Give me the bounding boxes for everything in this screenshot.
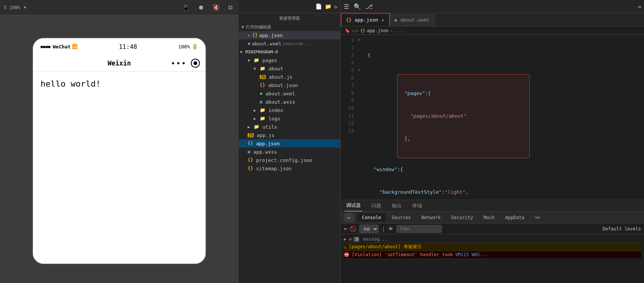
tab-output[interactable]: 输出 [390, 200, 403, 211]
json-icon-sitemap: {} [248, 166, 253, 171]
tab-issues-label: 问题 [371, 202, 381, 209]
file-label-about-json: about.json [268, 82, 298, 88]
file-about-wxml[interactable]: ◆ about.wxml [239, 89, 340, 98]
open-editors-label: 打开的编辑器 [246, 24, 271, 30]
filter-back-icon[interactable]: ⬅ [344, 226, 347, 232]
battery-icon: 🔋 [192, 44, 198, 50]
breadcrumb-icon[interactable]: ⇥ [638, 3, 641, 9]
filter-block-icon[interactable]: 🚫 [350, 226, 356, 232]
wxss-icon-about: ▣ [260, 99, 262, 104]
breadcrumb-back-icon[interactable]: ◁ [352, 28, 354, 33]
sound-icon[interactable]: 🔇 [212, 4, 220, 11]
search-icon[interactable]: 🔍 [354, 3, 361, 10]
file-app-json[interactable]: {} app.json [239, 139, 340, 148]
editor-tabs: {} app.json ✕ ◆ about.wxml [341, 13, 644, 26]
devtool-tab-more[interactable]: >> [530, 213, 545, 222]
tab-issues[interactable]: 问题 [370, 200, 383, 211]
explorer-header-label: 资源管理器 [239, 13, 340, 23]
devtool-tab-security[interactable]: Security [447, 213, 478, 222]
breadcrumb-bookmark-icon: 🔖 [345, 28, 350, 33]
about-folder-icon: 📁 [260, 66, 265, 71]
bottom-section: 调试器 问题 输出 终端 ⇤ [341, 200, 644, 283]
phone-nav-more[interactable]: ••• [171, 59, 187, 68]
explorer-toolbar: 📄 📁 ↻ [239, 0, 340, 13]
left-section: 5 100% ▼ 📱 ⏺ 🔇 ⧉ ●●●● WeChat 📶 11:48 [0, 0, 239, 283]
new-folder-icon[interactable]: 📁 [325, 3, 331, 9]
open-editors-toggle[interactable]: ▼ 打开的编辑器 [239, 23, 340, 31]
pages-chevron: ▼ [248, 58, 252, 62]
tab-app-json-close[interactable]: ✕ [381, 17, 384, 23]
utils-folder-icon: 📁 [254, 124, 259, 129]
breadcrumb-forward-icon[interactable]: ▷ [356, 28, 359, 33]
open-file-name-1: app.json [259, 33, 283, 38]
json-icon-project: {} [248, 157, 253, 163]
utils-folder-label: utils [262, 124, 277, 130]
folder-utils[interactable]: ▶ 📁 utils [239, 123, 340, 131]
file-project-config[interactable]: {} project.config.json [239, 156, 340, 164]
file-label-app-wxss: app.wxss [253, 149, 277, 155]
right-section: ☰ 🔍 ⎇ ⇥ {} app.json ✕ ◆ about.wxml 🔖 ◁ ▷ [341, 0, 644, 283]
tab-about-wxml[interactable]: ◆ about.wxml [390, 13, 435, 26]
tab-app-json[interactable]: {} app.json ✕ [341, 13, 390, 26]
refresh-icon[interactable]: ↻ [334, 3, 337, 9]
devtool-tab-sources[interactable]: Sources [387, 213, 416, 222]
project-root-toggle[interactable]: ▼ MINIPROGRAM-9 [239, 48, 340, 56]
phone-icon[interactable]: 📱 [182, 4, 190, 11]
tab-terminal[interactable]: 终端 [411, 200, 424, 211]
devtool-tab-network[interactable]: Network [417, 213, 445, 222]
phone-nav-bar: Weixin ••• [33, 55, 206, 72]
console-warning-msg: ⚠ [pages/about/about] 将被索引 [344, 243, 641, 251]
file-label-app-json: app.json [256, 141, 280, 146]
filter-input[interactable] [396, 225, 442, 233]
file-app-wxss[interactable]: ▣ app.wxss [239, 148, 340, 156]
file-sitemap[interactable]: {} sitemap.json [239, 164, 340, 173]
project-label: MINIPROGRAM-9 [245, 50, 278, 54]
screen-icon[interactable]: ⧉ [228, 4, 232, 11]
folder-pages[interactable]: ▼ 📁 pages [239, 56, 340, 64]
record-icon[interactable]: ⏺ [198, 4, 204, 11]
open-file-about-wxml[interactable]: ◆ about.wxml pages\ab... [239, 39, 340, 48]
file-app-js[interactable]: JS app.js [239, 131, 340, 139]
folder-about[interactable]: ▼ 📁 about [239, 64, 340, 73]
phone-record-btn[interactable] [191, 59, 200, 68]
error-text: [Violation] 'setTimeout' handler took [352, 252, 453, 257]
message-count-badge: 3 [354, 237, 359, 242]
hamburger-icon[interactable]: ☰ [344, 3, 349, 10]
json-tab-icon: {} [346, 17, 351, 23]
signal-dots: ●●●● [41, 44, 51, 49]
highlighted-pages-block: "pages":[ "pages/about/about" ], [397, 74, 530, 158]
devtools-arrow-icon[interactable]: ⇤ [344, 213, 354, 222]
new-file-icon[interactable]: 📄 [315, 3, 322, 9]
bottom-main-tabs: 调试器 问题 输出 终端 [341, 200, 644, 211]
file-about-json[interactable]: {} about.json [239, 81, 340, 89]
pages-folder-icon: 📁 [254, 58, 259, 63]
phone-content: hello world! [33, 72, 206, 264]
file-label-about-js: about.js [269, 74, 293, 80]
folder-logs[interactable]: ▶ 📁 logs [239, 114, 340, 123]
close-file-icon[interactable]: ✕ [248, 33, 250, 37]
folder-index[interactable]: ▶ 📁 index [239, 106, 340, 114]
wifi-icon: 📶 [72, 44, 78, 49]
breadcrumb-more: ... [395, 28, 403, 33]
devtool-tab-console[interactable]: Console [357, 213, 386, 222]
editor-breadcrumb: 🔖 ◁ ▷ {} app.json › ... [341, 26, 644, 35]
wxml-icon-about: ◆ [260, 91, 262, 96]
open-file-app-json[interactable]: ✕ {} app.json [239, 31, 340, 39]
message-list-icon: ≡ [349, 236, 351, 242]
breadcrumb-json-icon: {} [360, 28, 365, 33]
devtool-tab-mock[interactable]: Mock [479, 213, 499, 222]
tab-output-label: 输出 [392, 202, 402, 209]
filter-eye-icon[interactable]: 👁 [388, 226, 393, 232]
file-about-js[interactable]: JS about.js [239, 73, 340, 81]
devtool-tab-appdata[interactable]: AppData [501, 213, 529, 222]
filter-default-levels[interactable]: Default levels [603, 226, 641, 232]
file-about-wxss[interactable]: ▣ about.wxss [239, 98, 340, 106]
zoom-label: 5 100% [4, 5, 20, 10]
tab-debugger[interactable]: 调试器 [345, 200, 362, 211]
wxml-icon-open: ◆ [248, 41, 250, 46]
filter-context-select[interactable]: top [359, 225, 379, 233]
git-icon[interactable]: ⎇ [366, 3, 373, 10]
battery-percent: 100% [178, 44, 190, 50]
message-expand-icon[interactable]: ▶ [344, 236, 346, 242]
index-folder-icon: 📁 [260, 107, 265, 113]
